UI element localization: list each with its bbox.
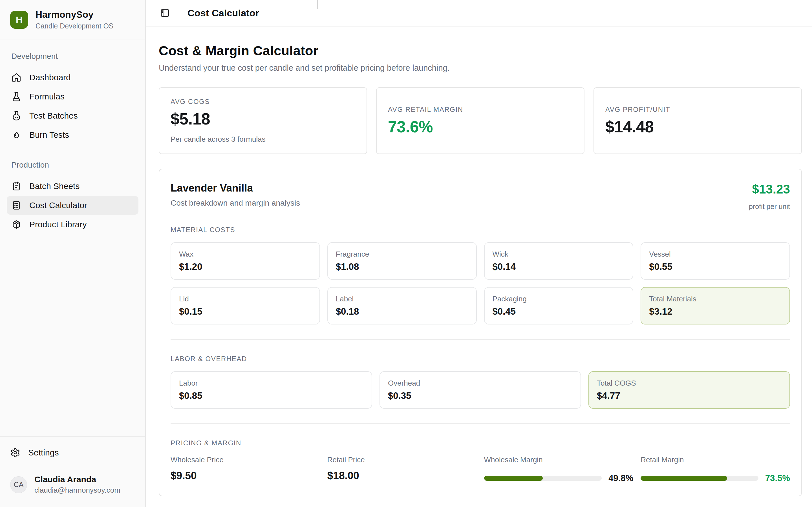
app-header: H HarmonySoy Candle Development OS [0,0,145,40]
stat-label: AVG PROFIT/UNIT [605,106,790,114]
sidebar-item-label: Burn Tests [29,130,69,140]
settings-button[interactable]: Settings [10,444,135,461]
page-content: Cost & Margin Calculator Understand your… [146,26,812,507]
sidebar-item-cost-calculator[interactable]: Cost Calculator [7,196,139,215]
cost-cell-wick: Wick $0.14 [484,242,633,280]
cost-cell-total-cogs: Total COGS $4.77 [589,371,790,409]
cell-value: $4.77 [597,390,781,401]
sidebar-item-formulas[interactable]: Formulas [7,87,139,106]
sidebar-item-burn-tests[interactable]: Burn Tests [7,126,139,144]
cell-value: $1.20 [179,262,312,272]
product-name: Lavender Vanilla [170,182,300,194]
sidebar: H HarmonySoy Candle Development OS Devel… [0,0,146,507]
panel-left-icon [160,8,170,18]
cell-value: $0.55 [649,262,781,272]
price-value: $9.50 [170,470,320,482]
sidebar-item-label: Cost Calculator [29,201,87,210]
beaker-icon [11,111,21,121]
package-icon [11,219,21,230]
price-label: Wholesale Price [170,455,320,464]
section-divider [170,424,790,424]
price-label: Retail Margin [641,455,790,464]
sidebar-item-product-library[interactable]: Product Library [7,215,139,234]
sidebar-item-label: Test Batches [29,111,78,121]
cell-label: Wick [493,250,625,259]
stat-card-avg-cogs: AVG COGS $5.18 Per candle across 3 formu… [159,87,367,154]
cell-label: Packaging [493,295,625,303]
user-name: Claudia Aranda [35,474,120,484]
calculator-icon [11,200,21,210]
cell-label: Total Materials [649,295,781,303]
retail-margin-pct: 73.5% [765,473,790,483]
home-icon [11,72,21,82]
user-account[interactable]: CA Claudia Aranda claudia@harmonysoy.com [10,474,135,495]
settings-label: Settings [28,448,59,457]
cell-label: Wax [179,250,312,259]
stat-label: AVG RETAIL MARGIN [388,106,573,114]
profit-per-unit-value: $13.23 [749,182,790,196]
stat-note: Per candle across 3 formulas [170,135,355,144]
flask-icon [11,92,21,102]
nav-section-production: Production [7,161,139,170]
product-card-lavender-vanilla: Lavender Vanilla Cost breakdown and marg… [159,169,802,496]
cell-value: $0.85 [179,390,364,401]
stat-value: 73.6% [388,117,573,136]
topbar-title: Cost Calculator [188,8,259,18]
sidebar-item-test-batches[interactable]: Test Batches [7,107,139,125]
price-label: Retail Price [327,455,477,464]
sidebar-item-label: Batch Sheets [29,181,80,191]
price-value: $18.00 [327,470,477,482]
material-costs-grid: Wax $1.20 Fragrance $1.08 Wick $0.14 Ves… [170,242,790,325]
labor-overhead-label: LABOR & OVERHEAD [170,355,790,363]
cost-cell-overhead: Overhead $0.35 [379,371,581,409]
product-subtitle: Cost breakdown and margin analysis [170,199,300,208]
notepad-icon [11,181,21,191]
cost-cell-packaging: Packaging $0.45 [484,287,633,325]
sidebar-item-label: Formulas [29,92,64,101]
flame-icon [11,130,21,140]
cost-cell-lid: Lid $0.15 [170,287,320,325]
section-divider [170,339,790,340]
app-tagline: Candle Development OS [36,22,114,30]
sidebar-item-batch-sheets[interactable]: Batch Sheets [7,177,139,195]
stats-row: AVG COGS $5.18 Per candle across 3 formu… [159,87,802,154]
wholesale-margin-pct: 49.8% [608,473,633,483]
sidebar-item-dashboard[interactable]: Dashboard [7,68,139,87]
cell-value: $3.12 [649,306,781,317]
material-costs-label: MATERIAL COSTS [170,226,790,234]
pricing-grid: Wholesale Price $9.50 Retail Price $18.0… [170,455,790,483]
cell-label: Total COGS [597,379,781,388]
labor-overhead-grid: Labor $0.85 Overhead $0.35 Total COGS $4… [170,371,790,409]
gear-icon [10,448,20,458]
page-subtitle: Understand your true cost per candle and… [159,63,802,73]
stat-card-avg-retail-margin: AVG RETAIL MARGIN 73.6% [376,87,585,154]
cell-value: $1.08 [336,262,468,272]
topbar: Cost Calculator [146,0,812,26]
cost-cell-fragrance: Fragrance $1.08 [327,242,477,280]
app-name: HarmonySoy [36,9,114,20]
cell-value: $0.35 [388,390,573,401]
sidebar-nav: Development Dashboard Formulas Test Batc… [0,40,145,234]
sidebar-toggle-button[interactable] [159,7,171,19]
cell-label: Vessel [649,250,781,259]
price-label: Wholesale Margin [484,455,633,464]
stat-label: AVG COGS [170,98,355,106]
user-email: claudia@harmonysoy.com [35,486,120,495]
wholesale-margin-bar [484,476,602,481]
cell-value: $0.15 [179,306,312,317]
cell-value: $0.18 [336,306,468,317]
cell-label: Label [336,295,468,303]
cell-label: Fragrance [336,250,468,259]
retail-margin-block: Retail Margin 73.5% [641,455,790,483]
cell-label: Labor [179,379,364,388]
profit-per-unit-caption: profit per unit [749,203,790,211]
stat-value: $5.18 [170,110,355,128]
app-logo: H [10,11,28,29]
retail-margin-bar-fill [641,476,727,481]
stat-card-avg-profit-unit: AVG PROFIT/UNIT $14.48 [594,87,802,154]
topbar-divider-tick [317,0,318,9]
cost-cell-labor: Labor $0.85 [170,371,372,409]
cell-value: $0.45 [493,306,625,317]
sidebar-footer: Settings CA Claudia Aranda claudia@harmo… [0,436,145,507]
stat-value: $14.48 [605,117,790,136]
